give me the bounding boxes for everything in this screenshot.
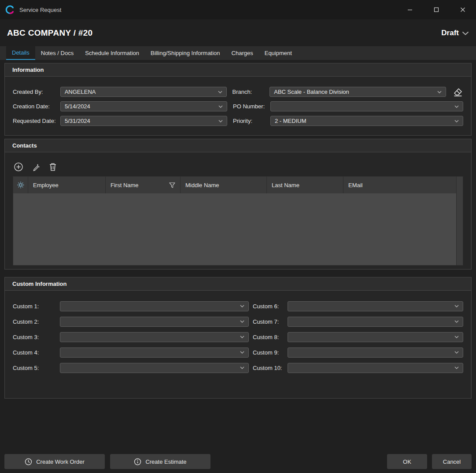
- filter-funnel-icon[interactable]: [169, 182, 175, 188]
- chevron-down-icon: [454, 105, 459, 108]
- status-dropdown[interactable]: Draft: [441, 29, 469, 37]
- custom-1-label: Custom 1:: [13, 303, 60, 310]
- clock-icon: [25, 458, 32, 466]
- custom-information-panel: Custom Information Custom 1: Custom 6: C…: [4, 277, 472, 399]
- priority-label: Priority:: [233, 118, 270, 124]
- branch-dropdown[interactable]: ABC Scale - Balance Division: [269, 87, 446, 97]
- custom-8-label: Custom 8:: [253, 334, 288, 340]
- chevron-down-icon: [454, 351, 459, 354]
- create-estimate-button[interactable]: Create Estimate: [110, 454, 210, 469]
- eraser-icon: [453, 88, 463, 96]
- chevron-down-icon: [437, 91, 442, 93]
- tab-equipment[interactable]: Equipment: [259, 46, 298, 60]
- vertical-scrollbar-track[interactable]: [456, 177, 463, 265]
- tab-notes-docs[interactable]: Notes / Docs: [35, 46, 79, 60]
- tab-details[interactable]: Details: [6, 46, 35, 60]
- created-by-dropdown[interactable]: ANGELENA: [60, 87, 227, 97]
- sun-icon: [17, 181, 24, 188]
- chevron-down-icon: [454, 320, 459, 323]
- page-title: ABC COMPANY / #20: [7, 28, 441, 38]
- priority-dropdown[interactable]: 2 - MEDIUM: [270, 116, 463, 126]
- contacts-panel: Contacts: [4, 139, 472, 270]
- info-circle-icon: [134, 458, 141, 466]
- contacts-toolbar: [13, 161, 463, 173]
- creation-date-label: Creation Date:: [13, 103, 60, 110]
- close-button[interactable]: [450, 0, 476, 19]
- custom-1-dropdown[interactable]: [60, 301, 249, 311]
- custom-10-label: Custom 10:: [253, 365, 288, 371]
- delete-contact-button[interactable]: [48, 162, 58, 172]
- chevron-down-icon: [454, 120, 459, 122]
- custom-7-dropdown[interactable]: [288, 317, 463, 327]
- information-panel: Information Created By: ANGELENA Branch:…: [4, 63, 472, 136]
- window-title: Service Request: [19, 7, 397, 13]
- chevron-down-icon: [454, 336, 459, 338]
- minimize-button[interactable]: [397, 0, 423, 19]
- po-number-label: PO Number:: [233, 103, 270, 110]
- contacts-panel-title: Contacts: [5, 139, 471, 152]
- column-header-email[interactable]: EMail: [343, 177, 456, 193]
- app-logo-icon: [5, 5, 15, 15]
- maximize-button[interactable]: [423, 0, 450, 19]
- pencil-sparkle-icon: [31, 162, 41, 172]
- custom-7-label: Custom 7:: [253, 318, 288, 325]
- tab-schedule-information[interactable]: Schedule Information: [79, 46, 145, 60]
- custom-3-dropdown[interactable]: [60, 332, 249, 342]
- branch-label: Branch:: [232, 89, 270, 95]
- custom-6-label: Custom 6:: [253, 303, 288, 310]
- column-options-header[interactable]: [13, 177, 28, 193]
- chevron-down-icon: [218, 105, 223, 108]
- titlebar: Service Request: [0, 0, 476, 19]
- creation-date-dropdown[interactable]: 5/14/2024: [60, 101, 227, 111]
- edit-contact-button[interactable]: [30, 162, 41, 172]
- tab-bar: Details Notes / Docs Schedule Informatio…: [0, 46, 476, 60]
- column-header-middle-name[interactable]: Middle Name: [181, 177, 267, 193]
- chevron-down-icon: [218, 120, 223, 122]
- chevron-down-icon: [462, 29, 469, 37]
- custom-information-panel-title: Custom Information: [5, 277, 471, 291]
- custom-10-dropdown[interactable]: [288, 363, 463, 373]
- column-header-first-name[interactable]: First Name: [106, 177, 181, 193]
- custom-6-dropdown[interactable]: [288, 301, 463, 311]
- requested-date-label: Requested Date:: [13, 118, 60, 124]
- ok-button[interactable]: OK: [387, 454, 427, 469]
- status-label: Draft: [441, 29, 459, 37]
- custom-9-label: Custom 9:: [253, 349, 288, 356]
- custom-2-label: Custom 2:: [13, 318, 60, 325]
- add-contact-button[interactable]: [13, 162, 24, 172]
- contacts-grid: Employee First Name Middle Name Last Nam…: [13, 176, 463, 266]
- plus-circle-icon: [14, 162, 23, 172]
- information-panel-title: Information: [5, 63, 471, 77]
- chevron-down-icon: [454, 366, 459, 369]
- created-by-label: Created By:: [13, 89, 60, 95]
- tab-billing-shipping-information[interactable]: Billing/Shipping Information: [145, 46, 226, 60]
- custom-2-dropdown[interactable]: [60, 317, 249, 327]
- contacts-grid-body: [13, 193, 456, 265]
- custom-5-dropdown[interactable]: [60, 363, 249, 373]
- custom-5-label: Custom 5:: [13, 365, 60, 371]
- column-header-last-name[interactable]: Last Name: [267, 177, 343, 193]
- custom-4-dropdown[interactable]: [60, 347, 249, 358]
- tab-charges[interactable]: Charges: [226, 46, 259, 60]
- requested-date-dropdown[interactable]: 5/31/2024: [60, 116, 227, 126]
- chevron-down-icon: [218, 91, 222, 93]
- po-number-dropdown[interactable]: [270, 101, 463, 111]
- trash-icon: [49, 163, 57, 171]
- custom-4-label: Custom 4:: [13, 349, 60, 356]
- header: ABC COMPANY / #20 Draft: [0, 19, 476, 46]
- chevron-down-icon: [240, 366, 244, 369]
- contacts-grid-header: Employee First Name Middle Name Last Nam…: [13, 177, 456, 193]
- footer: Create Work Order Create Estimate OK Can…: [0, 454, 476, 469]
- clear-branch-button[interactable]: [453, 88, 463, 96]
- chevron-down-icon: [454, 305, 459, 307]
- custom-3-label: Custom 3:: [13, 334, 60, 340]
- create-work-order-button[interactable]: Create Work Order: [4, 454, 105, 469]
- chevron-down-icon: [240, 351, 244, 354]
- custom-9-dropdown[interactable]: [288, 347, 463, 358]
- chevron-down-icon: [240, 336, 244, 338]
- chevron-down-icon: [240, 320, 244, 323]
- custom-8-dropdown[interactable]: [288, 332, 463, 342]
- column-header-employee[interactable]: Employee: [28, 177, 106, 193]
- chevron-down-icon: [240, 305, 244, 307]
- cancel-button[interactable]: Cancel: [432, 454, 472, 469]
